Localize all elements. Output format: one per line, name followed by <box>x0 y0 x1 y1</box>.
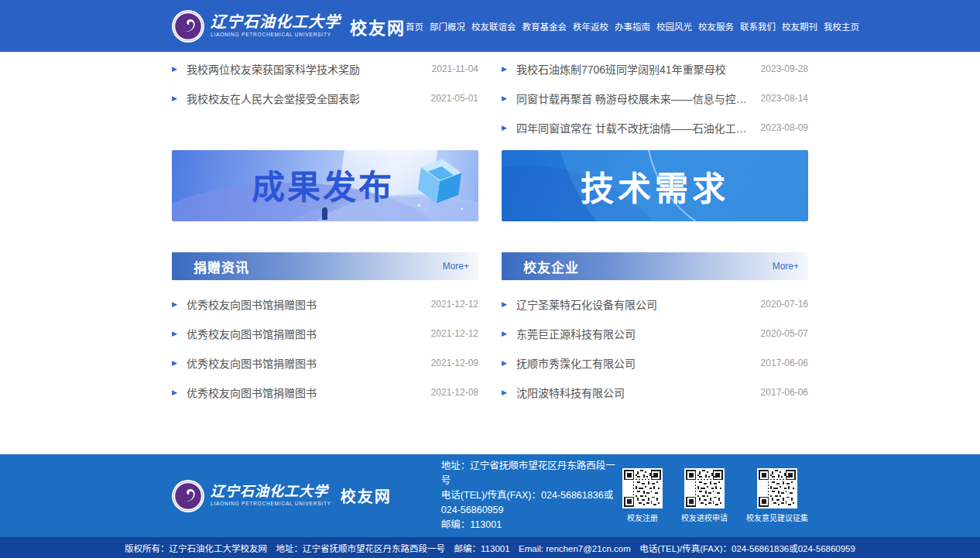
news-list-item[interactable]: ▶ 我校石油炼制7706班同学阔别41年重聚母校 2023-09-28 <box>502 54 808 84</box>
top-navigation-bar: 辽宁石油化工大学 LIAONING PETROCHEMICAL UNIVERSI… <box>0 0 980 52</box>
nav-item[interactable]: 教育基金会 <box>523 20 567 33</box>
copyright-bar: 版权所有：辽宁石油化工大学校友网 地址：辽宁省抚顺市望花区丹东路西段一号 邮编：… <box>0 537 980 558</box>
footer-address: 地址：辽宁省抚顺市望花区丹东路西段一号 <box>441 459 622 488</box>
university-name-en: LIAONING PETROCHEMICAL UNIVERSITY <box>211 33 341 38</box>
news-list-item[interactable]: ▶ 优秀校友向图书馆捐赠图书 2021-12-12 <box>172 289 478 319</box>
news-date: 2017-06-06 <box>761 358 808 368</box>
main-content: ▶ 我校两位校友荣获国家科学技术奖励 2021-11-04 ▶ 我校校友在人民大… <box>0 52 980 454</box>
qr-code-item: 校友进校申请 <box>681 468 728 523</box>
nav-item[interactable]: 校友期刊 <box>782 20 817 33</box>
university-name-block: 辽宁石油化工大学 LIAONING PETROCHEMICAL UNIVERSI… <box>211 14 341 38</box>
university-name-block: 辽宁石油化工大学 LIAONING PETROCHEMICAL UNIVERSI… <box>211 484 331 507</box>
alumni-enterprise-list: ▶ 辽宁圣莱特石化设备有限公司 2020-07-16 ▶ 东莞巨正源科技有限公司… <box>502 280 808 407</box>
bottom-sections: 捐赠资讯 More+ ▶ 优秀校友向图书馆捐赠图书 2021-12-12 <box>172 252 808 407</box>
news-list-item[interactable]: ▶ 抚顺市秀霂化工有限公司 2017-06-06 <box>502 348 808 378</box>
qr-code-label: 校友注册 <box>627 512 658 523</box>
news-title: 沈阳波特科技有限公司 <box>516 385 753 400</box>
qr-code-icon <box>757 468 797 508</box>
news-title: 优秀校友向图书馆捐赠图书 <box>187 385 423 400</box>
site-logo[interactable]: 辽宁石油化工大学 LIAONING PETROCHEMICAL UNIVERSI… <box>172 10 406 43</box>
nav-item[interactable]: 联系我们 <box>740 20 776 33</box>
qr-code-icon <box>684 468 725 508</box>
news-list-item[interactable]: ▶ 四年同窗谊常在 廿载不改抚油情——石油化工学院化... 2023-08-09 <box>502 113 808 142</box>
university-logo-icon <box>172 10 204 43</box>
arrow-icon: ▶ <box>502 360 507 367</box>
site-name: 校友网 <box>341 484 392 507</box>
arrow-icon: ▶ <box>172 389 177 396</box>
qr-code-label: 校友进校申请 <box>681 512 728 523</box>
arrow-icon: ▶ <box>172 95 177 102</box>
news-list-item[interactable]: ▶ 沈阳波特科技有限公司 2017-06-06 <box>502 378 808 407</box>
footer-zip: 邮编：113001 <box>441 518 622 532</box>
news-list-item[interactable]: ▶ 我校校友在人民大会堂接受全国表彰 2021-05-01 <box>172 84 478 113</box>
enterprise-section-title: 校友企业 <box>502 257 579 276</box>
qr-code-group: 校友注册 校友进校申请 <box>622 468 808 523</box>
donation-more-link[interactable]: More+ <box>443 261 478 272</box>
nav-item[interactable]: 部门概况 <box>430 20 465 33</box>
cube-icon <box>412 153 468 214</box>
qr-code-icon <box>622 468 663 508</box>
copyright-text: 版权所有：辽宁石油化工大学校友网 地址：辽宁省抚顺市望花区丹东路西段一号 邮编：… <box>125 542 855 554</box>
arrow-icon: ▶ <box>172 66 177 73</box>
qr-code-label: 校友意见建议征集 <box>746 512 808 523</box>
site-name: 校友网 <box>350 14 406 39</box>
arrow-icon: ▶ <box>502 389 507 396</box>
news-list-item[interactable]: ▶ 辽宁圣莱特石化设备有限公司 2020-07-16 <box>502 289 808 319</box>
person-silhouette <box>322 207 327 220</box>
news-title: 同窗廿载再聚首 畅游母校展未来——信息与控制工程... <box>516 91 753 106</box>
arrow-icon: ▶ <box>172 360 177 367</box>
banner-tech-needs-title: 技术需求 <box>581 162 729 210</box>
donation-news-list: ▶ 优秀校友向图书馆捐赠图书 2021-12-12 ▶ 优秀校友向图书馆捐赠图书… <box>172 280 478 407</box>
qr-code-item: 校友注册 <box>622 468 663 523</box>
top-news-section: ▶ 我校两位校友荣获国家科学技术奖励 2021-11-04 ▶ 我校校友在人民大… <box>172 52 808 142</box>
news-list-item[interactable]: ▶ 优秀校友向图书馆捐赠图书 2021-12-09 <box>172 348 478 378</box>
nav-item[interactable]: 校友服务 <box>698 20 734 33</box>
news-date: 2021-12-12 <box>431 299 478 310</box>
arrow-icon: ▶ <box>172 330 177 337</box>
arrow-icon: ▶ <box>502 66 507 73</box>
news-title: 优秀校友向图书馆捐赠图书 <box>187 326 423 341</box>
news-list-item[interactable]: ▶ 同窗廿载再聚首 畅游母校展未来——信息与控制工程... 2023-08-14 <box>502 84 808 113</box>
news-title: 四年同窗谊常在 廿载不改抚油情——石油化工学院化... <box>516 120 753 135</box>
news-list-item[interactable]: ▶ 优秀校友向图书馆捐赠图书 2021-12-12 <box>172 319 478 348</box>
page: 辽宁石油化工大学 LIAONING PETROCHEMICAL UNIVERSI… <box>0 0 980 558</box>
news-title: 优秀校友向图书馆捐赠图书 <box>187 296 423 312</box>
university-name: 辽宁石油化工大学 <box>211 484 331 498</box>
footer: 辽宁石油化工大学 LIAONING PETROCHEMICAL UNIVERSI… <box>0 454 980 537</box>
news-date: 2023-08-14 <box>761 93 808 104</box>
nav-item[interactable]: 秩年返校 <box>573 20 608 33</box>
arrow-icon: ▶ <box>502 125 507 132</box>
nav-item[interactable]: 首页 <box>406 20 423 33</box>
news-date: 2021-05-01 <box>431 93 478 104</box>
banner-tech-needs[interactable]: 技术需求 <box>502 150 808 221</box>
news-date: 2021-12-08 <box>431 387 478 398</box>
qr-code-item: 校友意见建议征集 <box>746 468 808 523</box>
nav-item[interactable]: 校友联谊会 <box>471 20 516 33</box>
news-date: 2020-07-16 <box>761 299 808 310</box>
news-list-item[interactable]: ▶ 优秀校友向图书馆捐赠图书 2021-12-08 <box>172 378 478 407</box>
arrow-icon: ▶ <box>502 301 507 308</box>
news-title: 抚顺市秀霂化工有限公司 <box>516 355 753 371</box>
enterprise-section-header: 校友企业 More+ <box>502 252 808 280</box>
donation-section-title: 捐赠资讯 <box>172 257 249 276</box>
arrow-icon: ▶ <box>502 330 507 337</box>
news-date: 2021-12-12 <box>431 328 478 339</box>
alumni-news-list: ▶ 我校两位校友荣获国家科学技术奖励 2021-11-04 ▶ 我校校友在人民大… <box>172 54 478 142</box>
news-title: 东莞巨正源科技有限公司 <box>516 326 753 341</box>
banner-row: 成果发布 技术需求 <box>172 150 808 221</box>
donation-section-header: 捐赠资讯 More+ <box>172 252 478 280</box>
nav-item[interactable]: 办事指南 <box>615 20 650 33</box>
news-date: 2023-09-28 <box>761 63 808 74</box>
news-title: 我校石油炼制7706班同学阔别41年重聚母校 <box>516 61 753 77</box>
arrow-icon: ▶ <box>502 95 507 102</box>
news-list-item[interactable]: ▶ 我校两位校友荣获国家科学技术奖励 2021-11-04 <box>172 54 478 84</box>
nav-item[interactable]: 校园风光 <box>656 20 692 33</box>
banner-achievements[interactable]: 成果发布 <box>172 150 478 221</box>
nav-item[interactable]: 我校主页 <box>824 20 859 33</box>
news-date: 2023-08-09 <box>761 122 808 133</box>
news-list-item[interactable]: ▶ 东莞巨正源科技有限公司 2020-05-07 <box>502 319 808 348</box>
news-date: 2021-12-09 <box>431 358 478 368</box>
main-nav: 首页 部门概况 校友联谊会 教育基金会 秩年返校 办事指南 校园风光 校友服务 … <box>406 20 859 33</box>
enterprise-more-link[interactable]: More+ <box>773 261 808 272</box>
banner-achievements-title: 成果发布 <box>252 160 394 208</box>
